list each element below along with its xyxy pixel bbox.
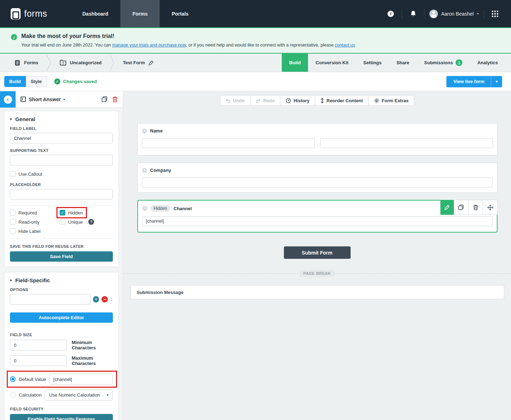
save-field-button[interactable]: Save Field [10, 251, 113, 262]
forms-logo[interactable]: forms [0, 0, 58, 27]
help-icon[interactable]: ? [88, 219, 94, 225]
canvas-toolbar: Undo Redo History Reorder Content Form E… [123, 95, 511, 106]
svg-text:?: ? [62, 61, 64, 65]
calculation-select[interactable]: Use Numeric Calculation ▾ [45, 389, 113, 400]
field-handle-icon[interactable]: * [142, 206, 147, 211]
duplicate-field-icon[interactable] [101, 96, 108, 102]
redo-button[interactable]: Redo [251, 95, 281, 106]
breadcrumb-folder[interactable]: ? Uncategorized [60, 60, 102, 66]
supporting-text-input[interactable] [10, 155, 113, 165]
breadcrumb-forms[interactable]: Forms [14, 60, 38, 66]
notifications-bell-icon[interactable] [407, 8, 419, 20]
tab-build[interactable]: Build [282, 54, 308, 72]
undo-button[interactable]: Undo [220, 95, 251, 106]
required-checkbox[interactable]: Required [10, 210, 60, 216]
document-icon [14, 60, 21, 66]
reorder-content-button[interactable]: Reorder Content [315, 95, 369, 106]
user-menu[interactable]: Aaron Beashel ▾ [429, 10, 479, 18]
contact-us-link[interactable]: contact us [335, 43, 355, 48]
unique-checkbox[interactable]: Unique ? [60, 219, 113, 225]
duplicate-field-button[interactable] [454, 200, 468, 215]
tab-analytics[interactable]: Analytics [470, 54, 505, 72]
options-label: OPTIONS [10, 288, 113, 292]
nav-item-dashboard[interactable]: Dashboard [70, 0, 120, 27]
max-characters-input[interactable] [10, 355, 67, 366]
tab-submissions[interactable]: Submissions 1 [417, 54, 470, 72]
view-live-dropdown-icon[interactable]: ▾ [491, 80, 502, 83]
sort-options-icon[interactable]: ↕ [110, 296, 113, 302]
page-break-label: PAGE BREAK [299, 270, 335, 277]
user-name: Aaron Beashel [441, 11, 474, 17]
use-callout-checkbox[interactable]: Use Callout [10, 171, 113, 177]
delete-field-button[interactable] [468, 200, 483, 215]
sidebar-collapse-button[interactable]: ‹ [0, 91, 16, 108]
readonly-checkbox[interactable]: Read-only [10, 219, 60, 225]
app-grid-icon[interactable] [489, 8, 501, 20]
style-mode-button[interactable]: Style [26, 76, 47, 87]
field-handle-icon[interactable]: * [142, 129, 147, 133]
name-first-input[interactable] [142, 138, 315, 148]
min-characters-input[interactable] [10, 340, 67, 350]
form-field-name[interactable]: * Name [137, 123, 498, 156]
checkbox-icon [10, 210, 16, 216]
form-field-company[interactable]: * Company [137, 163, 498, 193]
default-value-row: Default Value [10, 374, 113, 384]
builder-action-bar: Build Style ✓ Changes saved View live fo… [0, 72, 511, 91]
edit-pencil-icon [444, 204, 450, 210]
chevron-down-icon: ▾ [107, 393, 109, 397]
field-type-selector[interactable]: Short Answer [29, 97, 61, 102]
placeholder-input[interactable] [10, 189, 113, 200]
tab-share[interactable]: Share [389, 54, 417, 72]
view-live-form-button[interactable]: View live form ▾ [446, 76, 502, 87]
tab-settings[interactable]: Settings [356, 54, 389, 72]
submit-form-button[interactable]: Submit Form [284, 246, 351, 259]
banner-title: Make the most of your Forms trial! [21, 33, 511, 39]
hide-label-checkbox[interactable]: Hide Label [10, 228, 60, 234]
duplicate-icon [458, 204, 464, 210]
calculation-radio[interactable] [10, 392, 16, 398]
edit-field-button[interactable] [440, 200, 454, 215]
min-characters-row: Minimum Characters [10, 340, 113, 350]
chevron-down-icon[interactable]: ▾ [64, 98, 65, 101]
top-nav: forms Dashboard Forms Portals i Aaron Be… [0, 0, 511, 27]
add-option-icon[interactable]: + [93, 296, 99, 302]
form-field-channel[interactable]: * Hidden Channel [137, 200, 498, 233]
default-value-input[interactable] [49, 374, 113, 384]
nav-item-portals[interactable]: Portals [160, 0, 200, 27]
remove-option-icon[interactable]: − [101, 296, 108, 302]
delete-field-icon[interactable] [112, 96, 118, 103]
breadcrumb: Forms ? Uncategorized Test Form [0, 54, 154, 72]
nav-divider [424, 9, 424, 18]
channel-input[interactable] [142, 216, 493, 226]
field-handle-icon[interactable]: * [142, 168, 147, 173]
banner-info-icon: i [11, 34, 17, 40]
edit-pencil-icon[interactable] [148, 60, 154, 66]
general-section-header[interactable]: ▾ General [10, 116, 113, 122]
submission-message-card[interactable]: Submission Message [131, 285, 504, 299]
field-action-toolbar [440, 200, 498, 215]
autocomplete-editor-button[interactable]: Autocomplete Editor [10, 312, 113, 323]
options-row: + − ↕ [10, 294, 113, 305]
build-mode-button[interactable]: Build [4, 76, 26, 87]
checkbox-icon [10, 228, 16, 234]
history-button[interactable]: History [280, 95, 315, 106]
history-clock-icon [286, 98, 291, 103]
hidden-checkbox[interactable]: ✓ Hidden [60, 210, 83, 216]
save-status: ✓ Changes saved [54, 78, 97, 84]
form-extras-button[interactable]: Form Extras [369, 95, 414, 106]
trial-banner: i Make the most of your Forms trial! You… [0, 27, 511, 54]
default-value-radio[interactable] [10, 376, 16, 382]
field-specific-section-header[interactable]: ▾ Field-Specific [10, 277, 113, 283]
move-field-button[interactable] [483, 200, 498, 215]
chevron-down-icon: ▾ [477, 12, 479, 16]
manage-trials-link[interactable]: manage your trials and purchase now [112, 43, 186, 48]
nav-item-forms[interactable]: Forms [120, 0, 160, 27]
field-label-input[interactable] [10, 133, 113, 143]
info-icon[interactable]: i [385, 8, 397, 20]
name-last-input[interactable] [320, 138, 493, 148]
option-input[interactable] [10, 294, 90, 305]
tab-conversion-kit[interactable]: Conversion Kit [308, 54, 356, 72]
company-input[interactable] [142, 178, 493, 187]
enable-field-security-button[interactable]: Enable Field Security Features [10, 414, 113, 420]
forms-logo-icon [11, 8, 21, 20]
